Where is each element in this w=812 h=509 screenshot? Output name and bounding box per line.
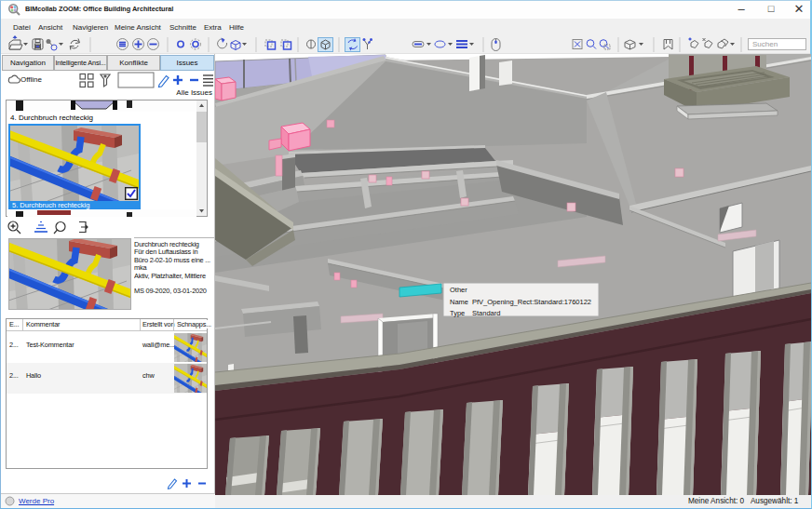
svg-text:PfV_Opening_Rect:Standard:1760: PfV_Opening_Rect:Standard:1760122 — [472, 298, 591, 306]
svg-text:Other: Other — [450, 286, 467, 294]
svg-text:Name: Name — [450, 298, 468, 306]
svg-text:Type: Type — [450, 309, 465, 317]
svg-text:Standard: Standard — [472, 309, 500, 317]
